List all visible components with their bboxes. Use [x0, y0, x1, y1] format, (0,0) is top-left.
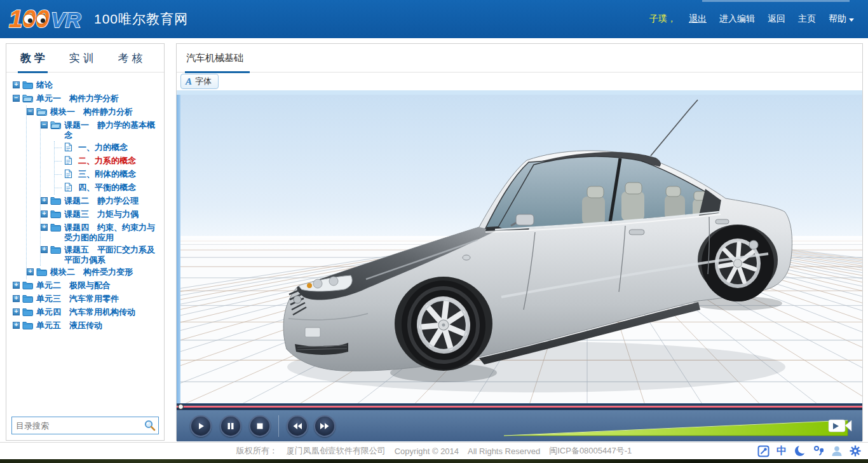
tree-item[interactable]: +课题五 平面汇交力系及平面力偶系 — [41, 244, 161, 266]
tree-connector — [55, 161, 62, 162]
nav-link-1[interactable]: 进入编辑 — [719, 13, 755, 25]
tree-branch: −课题一 静力学的基本概念一、力的概念二、力系的概念三、刚体的概念四、平衡的概念… — [40, 119, 161, 266]
tree-item-label[interactable]: 一、力的概念 — [78, 142, 161, 153]
chinese-translate-icon[interactable]: 中 — [775, 445, 788, 457]
volume-wedge[interactable] — [503, 410, 849, 442]
expand-icon[interactable]: + — [41, 246, 48, 253]
tree-item-label[interactable]: 单元四 汽车常用机构传动 — [36, 307, 161, 317]
tree-item[interactable]: 四、平衡的概念 — [55, 181, 161, 195]
tree-item-label[interactable]: 单元五 液压传动 — [36, 320, 161, 331]
sidebar-tab-0[interactable]: 教 学 — [18, 51, 48, 72]
search-icon[interactable] — [142, 417, 158, 434]
tree-item-label[interactable]: 单元一 构件力学分析 — [36, 93, 161, 104]
expand-icon[interactable]: + — [13, 322, 20, 329]
collapse-icon[interactable]: − — [27, 108, 34, 115]
header-nav: 子璞， 退出进入编辑返回主页帮助 — [649, 13, 854, 25]
pause-button[interactable] — [220, 415, 241, 437]
quote-icon[interactable] — [812, 445, 825, 457]
tree-item[interactable]: +单元五 液压传动 — [13, 319, 161, 333]
fast-forward-button[interactable] — [314, 415, 336, 437]
document-icon — [64, 183, 75, 194]
sidebar-tab-1[interactable]: 实 训 — [67, 51, 97, 72]
tree-item[interactable]: −课题一 静力学的基本概念 — [41, 119, 161, 141]
tree-item-label[interactable]: 课题三 力矩与力偶 — [64, 209, 161, 219]
tree-item-label[interactable]: 模块一 构件静力分析 — [50, 106, 161, 117]
tree-item[interactable]: −模块一 构件静力分析 — [27, 106, 161, 119]
header: 100 100 VR VR 100唯尔教育网 子璞， 退出进入编辑返回主页帮助 — [0, 0, 868, 38]
sidebar-tabs: 教 学实 训考 核 — [6, 44, 164, 73]
stop-button[interactable] — [249, 415, 271, 437]
fuel-cap — [749, 240, 758, 249]
tree-item[interactable]: 二、力系的概念 — [55, 155, 161, 168]
expand-icon[interactable]: + — [13, 282, 20, 289]
expand-icon[interactable]: + — [27, 268, 34, 275]
pause-icon — [226, 421, 236, 431]
folder-icon — [50, 196, 61, 207]
collapse-icon[interactable]: − — [13, 95, 20, 102]
playback-progress-bar[interactable] — [177, 403, 862, 410]
nav-link-0[interactable]: 退出 — [689, 13, 707, 25]
tree-item-label[interactable]: 课题一 静力学的基本概念 — [64, 120, 161, 141]
page: 100 100 VR VR 100唯尔教育网 子璞， 退出进入编辑返回主页帮助 … — [0, 0, 868, 463]
tree-item-label[interactable]: 绪论 — [36, 79, 161, 90]
nav-link-3[interactable]: 主页 — [798, 13, 816, 25]
3d-viewer-canvas[interactable] — [180, 95, 862, 403]
nav-link-4[interactable]: 帮助 — [829, 13, 854, 25]
tree-item[interactable]: +模块二 构件受力变形 — [27, 266, 161, 279]
expand-icon[interactable]: + — [41, 197, 48, 204]
tree-item-label[interactable]: 课题二 静力学公理 — [64, 195, 161, 206]
folder-icon — [50, 245, 61, 256]
tree-item[interactable]: +课题二 静力学公理 — [41, 195, 161, 208]
camera-icon[interactable] — [828, 415, 853, 439]
tab-course[interactable]: 汽车机械基础 — [185, 52, 250, 72]
progress-knob[interactable] — [178, 404, 184, 410]
copyright-label: 版权所有： — [236, 445, 278, 457]
tree-item-label[interactable]: 课题四 约束、约束力与受力图的应用 — [64, 222, 161, 243]
tree-item[interactable]: +单元二 极限与配合 — [13, 279, 161, 293]
tree-item-label[interactable]: 四、平衡的概念 — [78, 182, 161, 193]
font-button[interactable]: A 字体 — [180, 74, 219, 89]
collapse-icon[interactable]: − — [41, 121, 48, 128]
viewer — [177, 95, 862, 403]
tree-item-label[interactable]: 三、刚体的概念 — [78, 169, 161, 179]
expand-icon[interactable]: + — [13, 295, 20, 302]
moon-icon[interactable] — [794, 445, 806, 457]
tree-item[interactable]: +单元三 汽车常用零件 — [13, 293, 161, 306]
folder-icon — [36, 267, 47, 278]
main-panel: 汽车机械基础 A 字体 — [176, 43, 863, 441]
username: 子璞， — [649, 13, 676, 25]
sidebar-tab-2[interactable]: 考 核 — [115, 51, 145, 72]
header-top-highlight — [702, 0, 850, 2]
font-button-label: 字体 — [195, 76, 212, 87]
tree-item[interactable]: +绪论 — [13, 79, 161, 92]
expand-icon[interactable]: + — [41, 211, 48, 218]
person-icon[interactable] — [831, 445, 843, 457]
tree-item[interactable]: 一、力的概念 — [55, 141, 161, 155]
dial-icon[interactable] — [757, 445, 770, 457]
play-button[interactable] — [190, 415, 212, 437]
nav-link-2[interactable]: 返回 — [768, 13, 785, 25]
tree-item[interactable]: +单元四 汽车常用机构传动 — [13, 306, 161, 319]
expand-icon[interactable]: + — [41, 224, 48, 231]
tree-item-label[interactable]: 单元三 汽车常用零件 — [36, 293, 161, 304]
tree-item-label[interactable]: 模块二 构件受力变形 — [50, 266, 161, 277]
expand-icon[interactable]: + — [13, 81, 20, 88]
search-input[interactable] — [12, 421, 142, 431]
tree-item-label[interactable]: 课题五 平面汇交力系及平面力偶系 — [64, 244, 161, 265]
rewind-button[interactable] — [287, 415, 308, 437]
tree-connector — [55, 148, 62, 148]
rewind-icon — [292, 421, 303, 431]
tree-item[interactable]: +课题四 约束、约束力与受力图的应用 — [41, 221, 161, 244]
expand-icon[interactable]: + — [13, 308, 20, 315]
tree-item[interactable]: −单元一 构件力学分析 — [13, 92, 161, 106]
tree-item-label[interactable]: 二、力系的概念 — [78, 155, 161, 166]
copyright: Copyright © 2014 — [395, 446, 459, 456]
tree-item[interactable]: 三、刚体的概念 — [55, 168, 161, 181]
folder-icon — [50, 209, 61, 220]
gear-icon[interactable] — [849, 445, 862, 457]
tree-item-label[interactable]: 单元二 极限与配合 — [36, 280, 161, 291]
tree-item[interactable]: +课题三 力矩与力偶 — [41, 208, 161, 221]
folder-icon — [50, 223, 61, 233]
folder-icon — [22, 280, 33, 291]
svg-text:VR: VR — [51, 8, 81, 32]
